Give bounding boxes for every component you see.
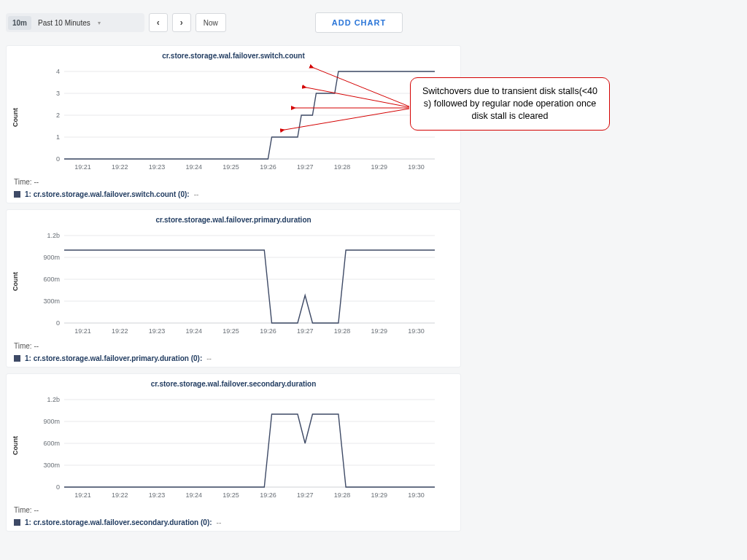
- main-content: 10m Past 10 Minutes ▾ ‹ › Now ADD CHART …: [0, 0, 467, 560]
- svg-text:19:27: 19:27: [297, 327, 314, 335]
- svg-text:19:23: 19:23: [149, 327, 166, 335]
- chart-title: cr.store.storage.wal.failover.switch.cou…: [11, 50, 456, 63]
- svg-text:0: 0: [56, 155, 60, 163]
- svg-text:19:27: 19:27: [297, 491, 314, 499]
- svg-text:19:22: 19:22: [112, 327, 128, 335]
- svg-text:19:30: 19:30: [408, 327, 425, 335]
- chevron-down-icon: ▾: [98, 20, 101, 26]
- svg-text:19:25: 19:25: [222, 491, 239, 499]
- time-readout: Time: --: [11, 500, 456, 517]
- legend-swatch: [14, 355, 20, 362]
- svg-text:19:26: 19:26: [260, 163, 276, 171]
- svg-text:19:21: 19:21: [74, 327, 91, 335]
- svg-text:19:29: 19:29: [371, 163, 388, 171]
- chart-plot[interactable]: 0300m600m900m1.2b19:2119:2219:2319:2419:…: [20, 391, 456, 500]
- chart-title: cr.store.storage.wal.failover.secondary.…: [11, 378, 456, 391]
- svg-text:1.2b: 1.2b: [47, 396, 60, 403]
- svg-text:19:28: 19:28: [334, 163, 351, 171]
- svg-text:1: 1: [56, 133, 60, 141]
- time-readout: Time: --: [11, 336, 456, 353]
- svg-text:900m: 900m: [43, 254, 60, 261]
- y-axis-label: Count: [11, 63, 20, 172]
- svg-text:300m: 300m: [43, 462, 60, 469]
- time-range-selector[interactable]: 10m Past 10 Minutes ▾: [6, 13, 144, 32]
- svg-text:300m: 300m: [43, 298, 60, 305]
- svg-text:0: 0: [56, 319, 60, 327]
- svg-text:19:29: 19:29: [371, 327, 388, 335]
- legend-value: --: [217, 518, 222, 526]
- legend-value: --: [206, 354, 212, 362]
- legend-label: 1: cr.store.storage.wal.failover.switch.…: [25, 190, 190, 198]
- svg-text:19:25: 19:25: [222, 163, 239, 171]
- svg-text:19:28: 19:28: [334, 491, 351, 499]
- chevron-right-icon: ›: [180, 18, 183, 28]
- svg-text:600m: 600m: [43, 276, 60, 283]
- next-button[interactable]: ›: [172, 13, 191, 32]
- svg-text:19:23: 19:23: [149, 491, 166, 499]
- svg-text:3: 3: [56, 90, 60, 97]
- svg-text:19:26: 19:26: [260, 491, 276, 499]
- legend-row[interactable]: 1: cr.store.storage.wal.failover.switch.…: [11, 189, 456, 200]
- time-readout: Time: --: [11, 172, 456, 189]
- y-axis-label: Count: [11, 227, 20, 336]
- svg-text:0: 0: [56, 483, 60, 491]
- legend-value: --: [194, 190, 199, 198]
- svg-text:2: 2: [56, 112, 60, 119]
- y-axis-label: Count: [11, 391, 20, 500]
- toolbar: 10m Past 10 Minutes ▾ ‹ › Now ADD CHART: [0, 0, 467, 39]
- svg-text:19:26: 19:26: [260, 327, 276, 335]
- svg-text:1.2b: 1.2b: [47, 232, 60, 239]
- add-chart-button[interactable]: ADD CHART: [315, 12, 403, 33]
- svg-text:19:24: 19:24: [186, 327, 203, 335]
- legend-label: 1: cr.store.storage.wal.failover.seconda…: [25, 518, 212, 526]
- legend-label: 1: cr.store.storage.wal.failover.primary…: [25, 354, 202, 362]
- svg-text:19:27: 19:27: [297, 163, 314, 171]
- svg-text:19:23: 19:23: [149, 163, 166, 171]
- legend-row[interactable]: 1: cr.store.storage.wal.failover.seconda…: [11, 517, 456, 528]
- chart-panel: cr.store.storage.wal.failover.secondary.…: [6, 373, 461, 532]
- annotation-callout: Switchovers due to transient disk stalls…: [410, 77, 610, 131]
- svg-text:19:25: 19:25: [222, 327, 239, 335]
- svg-text:19:30: 19:30: [408, 491, 425, 499]
- svg-text:19:21: 19:21: [74, 491, 91, 499]
- svg-text:600m: 600m: [43, 440, 60, 447]
- chart-panel: cr.store.storage.wal.failover.switch.cou…: [6, 45, 461, 203]
- svg-text:19:29: 19:29: [371, 491, 388, 499]
- legend-row[interactable]: 1: cr.store.storage.wal.failover.primary…: [11, 353, 456, 364]
- legend-swatch: [14, 519, 20, 526]
- svg-text:19:24: 19:24: [186, 491, 203, 499]
- prev-button[interactable]: ‹: [149, 13, 168, 32]
- svg-text:19:22: 19:22: [112, 163, 128, 171]
- now-button[interactable]: Now: [196, 13, 226, 32]
- chevron-left-icon: ‹: [157, 18, 160, 28]
- svg-text:4: 4: [56, 68, 60, 75]
- svg-text:19:28: 19:28: [334, 327, 351, 335]
- chart-title: cr.store.storage.wal.failover.primary.du…: [11, 214, 456, 227]
- range-badge: 10m: [8, 16, 31, 30]
- chart-plot[interactable]: 0123419:2119:2219:2319:2419:2519:2619:27…: [20, 63, 456, 172]
- legend-swatch: [14, 191, 20, 198]
- svg-text:19:21: 19:21: [74, 163, 91, 171]
- svg-text:19:30: 19:30: [408, 163, 425, 171]
- chart-panel: cr.store.storage.wal.failover.primary.du…: [6, 209, 461, 368]
- range-label: Past 10 Minutes ▾: [34, 19, 144, 27]
- svg-text:19:24: 19:24: [186, 163, 203, 171]
- chart-plot[interactable]: 0300m600m900m1.2b19:2119:2219:2319:2419:…: [20, 227, 456, 336]
- svg-text:900m: 900m: [43, 418, 60, 425]
- svg-text:19:22: 19:22: [112, 491, 128, 499]
